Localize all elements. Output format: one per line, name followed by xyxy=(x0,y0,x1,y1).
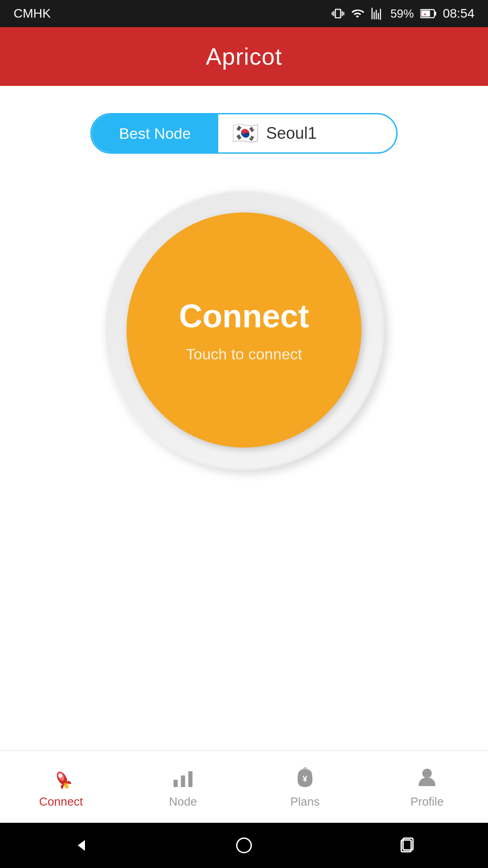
profile-nav-icon xyxy=(414,765,440,790)
tab-node[interactable]: Node xyxy=(122,765,244,809)
node-location: 🇰🇷 Seoul1 xyxy=(218,123,396,144)
best-node-text: Best Node xyxy=(119,125,191,142)
status-right-icons: 59% + 08:54 xyxy=(332,6,474,21)
node-selector[interactable]: Best Node 🇰🇷 Seoul1 xyxy=(90,113,398,154)
node-flag: 🇰🇷 xyxy=(232,123,259,144)
main-content: Best Node 🇰🇷 Seoul1 Connect Touch to con… xyxy=(0,86,488,750)
wifi-icon xyxy=(351,7,364,20)
connect-button-wrapper: Connect Touch to connect xyxy=(104,190,384,470)
svg-text:+: + xyxy=(423,11,426,17)
app-header: Apricot xyxy=(0,27,488,86)
svg-rect-10 xyxy=(188,771,192,787)
node-city: Seoul1 xyxy=(266,124,317,143)
tab-node-label: Node xyxy=(169,795,197,809)
svg-text:¥: ¥ xyxy=(303,774,308,783)
plans-nav-icon: ¥ xyxy=(292,765,318,790)
connect-button[interactable]: Connect Touch to connect xyxy=(127,212,361,448)
signal-icon xyxy=(371,7,384,20)
tab-plans[interactable]: ¥ Plans xyxy=(244,765,366,809)
tab-profile-label: Profile xyxy=(410,795,444,809)
carrier-label: CMHK xyxy=(14,6,51,21)
svg-rect-8 xyxy=(174,780,178,787)
tab-connect-label: Connect xyxy=(39,795,83,809)
battery-icon: + xyxy=(420,9,436,19)
best-node-label: Best Node xyxy=(92,114,218,152)
svg-rect-9 xyxy=(181,775,185,787)
node-nav-icon xyxy=(170,765,196,790)
back-button[interactable] xyxy=(68,832,95,859)
bottom-nav: Connect Node ¥ Plans xyxy=(0,750,488,823)
status-bar: CMHK 59% + 08:54 xyxy=(0,0,488,27)
svg-rect-1 xyxy=(434,12,436,16)
recents-button[interactable] xyxy=(393,832,420,859)
time-label: 08:54 xyxy=(443,6,474,21)
tab-plans-label: Plans xyxy=(290,795,319,809)
android-nav-bar xyxy=(0,823,488,868)
connect-label: Connect xyxy=(179,297,309,335)
tab-connect[interactable]: Connect xyxy=(0,765,122,809)
home-button[interactable] xyxy=(230,832,258,859)
svg-point-12 xyxy=(422,769,432,778)
svg-marker-13 xyxy=(78,840,85,851)
connect-subtitle: Touch to connect xyxy=(186,345,302,363)
tab-profile[interactable]: Profile xyxy=(366,765,488,809)
svg-point-14 xyxy=(237,838,251,853)
battery-label: 59% xyxy=(390,7,414,21)
connect-nav-icon xyxy=(48,765,74,790)
app-title: Apricot xyxy=(206,43,282,70)
vibrate-icon xyxy=(332,7,344,20)
